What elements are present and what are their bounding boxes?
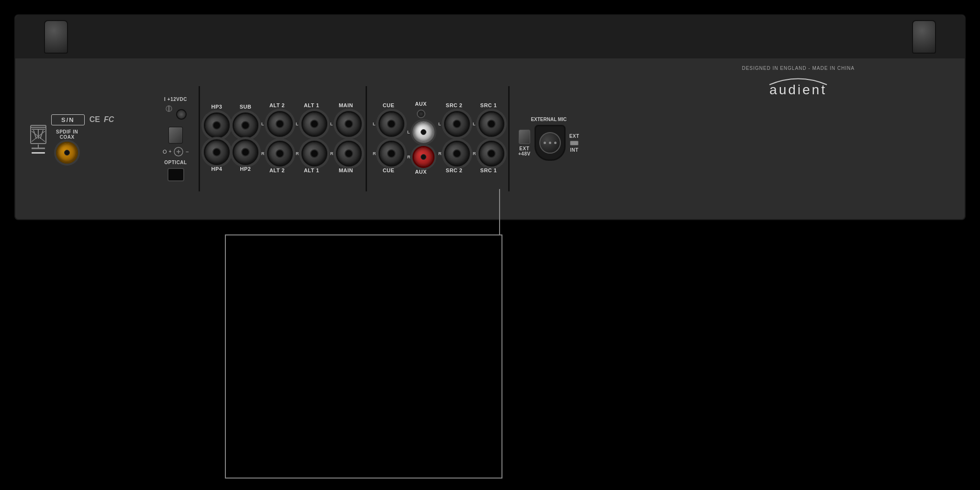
divider-3: [508, 86, 510, 191]
src1-l-row: L: [473, 111, 504, 137]
hp2-label: HP2: [240, 166, 251, 172]
main-r-row: R: [330, 141, 362, 167]
alt2-r-jack[interactable]: [267, 141, 293, 167]
power-switch[interactable]: [168, 127, 183, 144]
sub-label: SUB: [240, 104, 252, 110]
cue-l-jack[interactable]: [379, 111, 404, 137]
divider-2: [366, 86, 367, 191]
main-r-label: R: [330, 151, 334, 156]
cue-r-label: R: [373, 151, 377, 156]
alt1-bottom-label: ALT 1: [304, 167, 319, 173]
aux-mini-group: AUX L R AUX: [407, 101, 434, 177]
device-panel: S/N CE FC SPDIF IN COAX I +12V: [14, 14, 966, 220]
alt1-r-label: R: [296, 151, 300, 156]
alt2-top-label: ALT 2: [269, 102, 285, 108]
cue-l-row: L: [373, 111, 404, 137]
alt2-l-label: L: [261, 122, 265, 126]
top-bar: [15, 15, 965, 58]
src1-l-jack[interactable]: [479, 111, 504, 137]
serial-number-box: S/N: [51, 114, 85, 125]
alt1-top-label: ALT 1: [304, 102, 319, 108]
ext-switch[interactable]: [570, 141, 579, 145]
alt1-l-row: L: [296, 111, 327, 137]
ext-label: EXT: [569, 134, 579, 139]
power-section: I +12VDC O + – OPTIC: [156, 97, 195, 181]
src1-r-label: R: [473, 151, 477, 156]
optical-port[interactable]: [167, 168, 184, 181]
sub-hp2-group: SUB HP2: [233, 104, 258, 174]
src2-top-label: SRC 2: [446, 102, 463, 108]
aux-rca-l-jack[interactable]: [412, 121, 434, 143]
alt1-l-label: L: [296, 122, 300, 126]
src2-bottom-label: SRC 2: [446, 167, 463, 173]
hp3-hp4-group: HP3 HP4: [204, 104, 230, 174]
weee-icon: [27, 124, 50, 149]
ce-mark: CE: [89, 115, 100, 124]
alt2-bottom-label: ALT 2: [269, 167, 285, 173]
ext-48v-switch[interactable]: [519, 130, 530, 144]
optical-label: OPTICAL: [164, 160, 187, 165]
main-l-jack[interactable]: [336, 111, 362, 137]
main-body: S/N CE FC SPDIF IN COAX I +12V: [15, 58, 965, 219]
main-top-label: MAIN: [339, 102, 353, 108]
src1-r-jack[interactable]: [479, 141, 504, 167]
alt2-group: ALT 2 L R ALT 2: [261, 102, 293, 175]
main-bottom-label: MAIN: [339, 167, 353, 173]
aux-bottom-label: AUX: [415, 169, 427, 175]
main-l-row: L: [330, 111, 362, 137]
hp4-label: HP4: [212, 166, 223, 172]
brand-area: DESIGNED IN ENGLAND - MADE IN CHINA audi…: [742, 66, 855, 99]
certifications: CE FC: [89, 115, 114, 124]
external-mic-section: EXTERNAL MIC EXT+48V EXT: [513, 117, 579, 161]
alt2-r-row: R: [261, 141, 293, 167]
hp3-label: HP3: [212, 104, 223, 110]
xlr-pin-3: [554, 142, 557, 144]
src1-l-label: L: [473, 122, 477, 126]
ext-48v-label: EXT+48V: [518, 146, 531, 156]
cue-bottom-label: CUE: [383, 167, 395, 173]
svg-text:audient: audient: [769, 82, 827, 97]
serial-label: S/N: [61, 116, 75, 123]
cue-l-label: L: [373, 122, 377, 126]
main-r-jack[interactable]: [336, 141, 362, 167]
left-mount-knob: [44, 20, 68, 54]
weee-bar: [32, 152, 45, 154]
divider-1: [199, 86, 200, 191]
src1-group: SRC 1 L R SRC 1: [473, 102, 504, 175]
aux-mini-jack[interactable]: [417, 110, 425, 118]
src2-l-label: L: [438, 122, 442, 126]
spdif-section: SPDIF IN COAX: [56, 129, 78, 164]
selection-box: [225, 234, 502, 479]
xlr-pin-1: [544, 142, 546, 144]
fc-mark: FC: [104, 115, 114, 124]
hp4-jack[interactable]: [204, 139, 230, 165]
hp2-jack[interactable]: [233, 139, 258, 165]
xlr-inner: [539, 132, 561, 154]
src2-group: SRC 2 L R SRC 2: [438, 102, 470, 175]
cue-top-label: CUE: [383, 102, 395, 108]
right-mount-knob: [912, 20, 936, 54]
xlr-connector[interactable]: [535, 125, 566, 161]
alt2-l-jack[interactable]: [267, 111, 293, 137]
hp3-jack[interactable]: [204, 112, 230, 138]
src1-top-label: SRC 1: [480, 102, 497, 108]
sub-jack[interactable]: [233, 112, 258, 138]
alt1-r-row: R: [296, 141, 327, 167]
xlr-pin-2: [549, 142, 551, 144]
weee-section: [25, 124, 51, 154]
alt1-group: ALT 1 L R ALT 1: [296, 102, 327, 175]
cue-r-jack[interactable]: [379, 141, 404, 167]
aux-top-label: AUX: [415, 101, 427, 107]
power-label: +12VDC: [167, 97, 187, 102]
aux-rca-r-jack[interactable]: [412, 146, 434, 168]
alt1-r-jack[interactable]: [301, 141, 327, 167]
ext-mic-label: EXTERNAL MIC: [531, 117, 567, 122]
src2-l-jack[interactable]: [444, 111, 470, 137]
power-barrel-jack[interactable]: [176, 109, 187, 120]
spdif-coax-jack[interactable]: [56, 142, 78, 164]
src2-l-row: L: [438, 111, 470, 137]
alt1-l-jack[interactable]: [301, 111, 327, 137]
src2-r-jack[interactable]: [444, 141, 470, 167]
src2-r-row: R: [438, 141, 470, 167]
alt2-l-row: L: [261, 111, 293, 137]
